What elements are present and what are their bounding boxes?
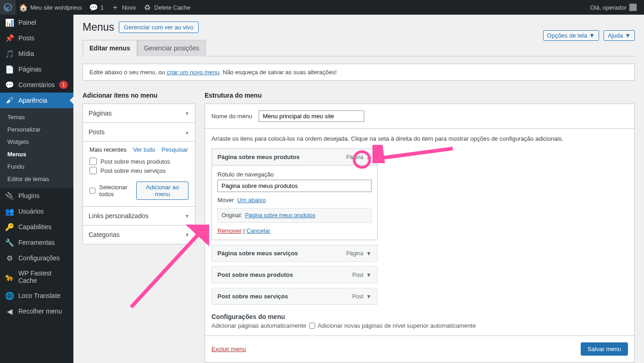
chevron-down-icon: ▼ [185, 214, 189, 219]
admin-sidebar: 📊Painel 📌Posts 🎵Mídia 📄Páginas 💬Comentár… [0, 15, 73, 363]
site-name[interactable]: 🏠Meu site wordpress [16, 0, 86, 15]
menu-frame-header: Nome do menu [205, 104, 634, 129]
menu-item-bar-4[interactable]: Post sobre meu serviços Post▼ [211, 288, 378, 305]
delete-cache-label: Delete Cache [154, 4, 190, 11]
menu-name-input[interactable] [259, 110, 364, 122]
create-new-menu-link[interactable]: criar um novo menu [167, 69, 219, 76]
auto-add-text: Adicionar novas páginas de nível superio… [318, 322, 476, 329]
menu-item-3: Post sobre meus produtos Post▼ [211, 266, 378, 283]
original-link[interactable]: Página sobre meus produtos [245, 212, 315, 219]
minitab-all[interactable]: Ver tudo [133, 146, 155, 153]
menu-item-2: Página sobre meus serviços Página▼ [211, 245, 378, 262]
main-content: Opções de tela▼ Ajuda▼ Menus Gerenciar c… [73, 15, 644, 363]
posts-minitabs: Mais recentes Ver tudo Pesquisar [83, 142, 195, 157]
type-label: Página [346, 154, 363, 160]
acc-links-label: Links personalizados [89, 212, 149, 220]
menu-item-type-4: Post▼ [352, 293, 372, 300]
manage-live-button[interactable]: Gerenciar com ver ao vivo [119, 22, 199, 33]
edit-menu-notice: Edite abaixo o seu menu, ou criar um nov… [83, 64, 635, 81]
sidebar-item-comentarios[interactable]: 💬Comentários1 [0, 77, 73, 93]
sidebar-item-label: Configurações [18, 254, 60, 262]
select-all-label: Selecionar todos [99, 184, 136, 198]
sub-personalizar[interactable]: Personalizar [0, 123, 73, 136]
sidebar-item-midia[interactable]: 🎵Mídia [0, 46, 73, 61]
delete-cache[interactable]: ♻Delete Cache [139, 0, 194, 15]
move-label: Mover [217, 197, 234, 204]
new-content[interactable]: ＋Novo [107, 0, 139, 15]
sidebar-item-label: Comentários [18, 81, 55, 88]
sidebar-item-capabilities[interactable]: 🔑Capabilities [0, 219, 73, 235]
admin-bar-sitename: Meu site wordpress [30, 4, 82, 11]
acc-pages-head[interactable]: Páginas▼ [83, 104, 195, 122]
sidebar-item-usuarios[interactable]: 👥Usuários [0, 204, 73, 219]
type-label: Página [346, 250, 363, 257]
sidebar-item-plugins[interactable]: 🔌Plugins [0, 188, 73, 204]
help-button[interactable]: Ajuda▼ [604, 30, 635, 41]
move-down-link[interactable]: Um abaixo [237, 197, 266, 204]
sidebar-item-ferramentas[interactable]: 🔧Ferramentas [0, 235, 73, 250]
sub-temas[interactable]: Temas [0, 111, 73, 123]
minitab-search[interactable]: Pesquisar [161, 146, 188, 153]
home-icon: 🏠 [19, 3, 28, 11]
nav-label-input[interactable] [217, 180, 372, 192]
sub-widgets[interactable]: Widgets [0, 136, 73, 148]
post-check-row: Post sobre meus produtos [89, 157, 189, 166]
sidebar-item-collapse[interactable]: ◀Recolher menu [0, 303, 73, 319]
menu-item-type-2: Página▼ [346, 250, 372, 257]
acc-categories-head[interactable]: Categorias▼ [83, 225, 195, 244]
minitab-recent[interactable]: Mais recentes [89, 146, 127, 153]
comments-bubble[interactable]: 💬1 [86, 0, 107, 15]
sidebar-item-configuracoes[interactable]: ⚙Configurações [0, 250, 73, 266]
original-label: Original: [222, 212, 242, 219]
greeting: Olá, operador [590, 4, 627, 11]
menu-item-title-2: Página sobre meus serviços [217, 250, 298, 257]
tab-manage-positions[interactable]: Gerenciar posições [137, 40, 206, 56]
menu-item-bar-2[interactable]: Página sobre meus serviços Página▼ [211, 245, 378, 262]
menu-item-type-1: Página▲ [346, 154, 372, 160]
sub-menus[interactable]: Menus [0, 148, 73, 160]
sidebar-item-painel[interactable]: 📊Painel [0, 15, 73, 30]
acc-posts-head[interactable]: Posts▲ [83, 122, 195, 141]
cancel-link[interactable]: Cancelar [246, 227, 270, 234]
sub-fundo[interactable]: Fundo [0, 160, 73, 173]
page-icon: 📄 [6, 65, 14, 73]
chevron-down-icon: ▼ [366, 250, 372, 257]
sidebar-item-loco[interactable]: 🌐Loco Translate [0, 288, 73, 303]
screen-options-button[interactable]: Opções de tela▼ [543, 30, 599, 41]
top-admin-bar: 🏠Meu site wordpress 💬1 ＋Novo ♻Delete Cac… [0, 0, 644, 15]
auto-add-checkbox[interactable] [309, 323, 315, 329]
sidebar-item-posts[interactable]: 📌Posts [0, 30, 73, 46]
my-account[interactable]: Olá, operador [587, 0, 641, 15]
menu-item-bar-3[interactable]: Post sobre meus produtos Post▼ [211, 266, 378, 283]
tab-edit-menus[interactable]: Editar menus [83, 40, 137, 56]
select-all-checkbox[interactable] [89, 187, 95, 194]
users-icon: 👥 [6, 207, 14, 215]
sidebar-item-paginas[interactable]: 📄Páginas [0, 61, 73, 77]
acc-links-head[interactable]: Links personalizados▼ [83, 206, 195, 225]
wrench-icon: 🔧 [6, 238, 14, 247]
menu-item-bar-1[interactable]: Página sobre meus produtos Página▲ [211, 148, 378, 165]
nav-tabs: Editar menus Gerenciar posições [83, 40, 635, 56]
post-checkbox-2[interactable] [89, 167, 97, 174]
menu-item-actions: Remover | Cancelar [217, 227, 372, 234]
key-icon: 🔑 [6, 223, 14, 231]
add-to-menu-button[interactable]: Adicionar ao menu [136, 182, 189, 200]
comments-count: 1 [100, 4, 104, 11]
sub-editor-temas[interactable]: Editor de temas [0, 173, 73, 185]
sidebar-item-aparencia[interactable]: 🖌Aparência [0, 93, 73, 108]
chevron-down-icon: ▼ [185, 232, 189, 237]
column-add-items: Adicionar itens no menu Páginas▼ Posts▲ … [83, 88, 195, 244]
remove-link[interactable]: Remover [217, 227, 242, 234]
auto-add-row: Adicionar páginas automaticamente Adicio… [211, 322, 628, 329]
post-checkbox-1[interactable] [89, 158, 97, 165]
save-menu-button[interactable]: Salvar menu [581, 342, 628, 356]
delete-menu-link[interactable]: Excluir menu [211, 346, 246, 352]
acc-posts-footer: Selecionar todos Adicionar ao menu [83, 175, 195, 201]
menu-name-label: Nome do menu [211, 113, 252, 120]
structure-title: Estrutura do menu [205, 92, 635, 99]
auto-add-label: Adicionar páginas automaticamente [211, 322, 306, 329]
sidebar-item-wpfastest[interactable]: 🐆WP Fastest Cache [0, 266, 73, 288]
header-actions: Opções de tela▼ Ajuda▼ [543, 30, 635, 41]
wp-logo[interactable] [0, 0, 16, 15]
brush-icon: 🖌 [6, 96, 14, 104]
